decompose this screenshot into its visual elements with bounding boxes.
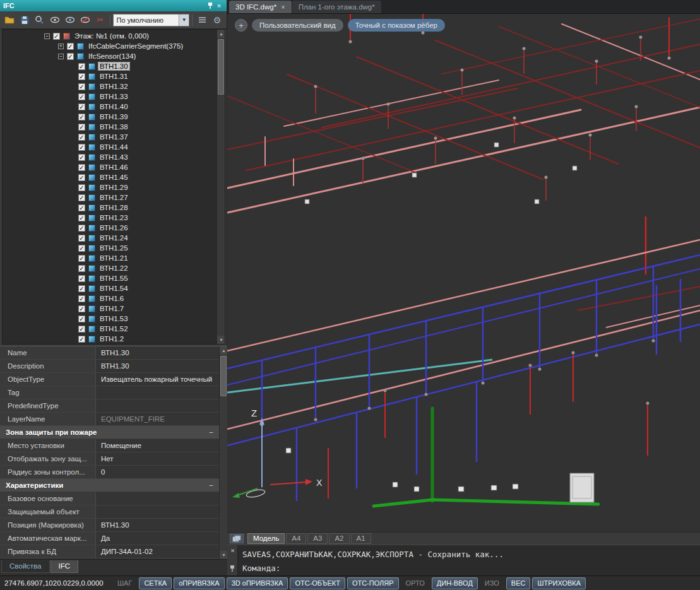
tree-scrollbar-thumb[interactable]	[218, 39, 224, 95]
isolate-eye-icon[interactable]	[63, 13, 77, 27]
checkbox-checked[interactable]: ✓	[78, 144, 85, 151]
tree-item-cablecarrier[interactable]: + ✓ IfcCableCarrierSegment(375)	[3, 41, 216, 51]
property-value[interactable]: EQUIPMENT_FIRE	[96, 413, 219, 425]
checkbox-checked[interactable]: ✓	[78, 326, 85, 333]
open-folder-button[interactable]	[3, 13, 16, 27]
hide-eye-icon[interactable]	[78, 13, 92, 27]
ifc-tree[interactable]: − ✓ Этаж: №1 (отм. 0,000) + ✓ IfcCableCa…	[2, 29, 225, 345]
tree-item-sensor[interactable]: ✓ВТН1.24	[3, 233, 216, 243]
tree-item-sensor[interactable]: ✓ВТН1.29	[3, 182, 216, 192]
tree-item-sensor[interactable]: ✓ВТН1.31	[3, 71, 216, 81]
tree-item-sensor[interactable]: ✓ВТН1.25	[3, 243, 216, 253]
property-value[interactable]: Извещатель пожарный точечный	[96, 373, 219, 386]
checkbox-checked[interactable]: ✓	[53, 33, 60, 40]
checkbox-checked[interactable]: ✓	[78, 184, 85, 191]
scroll-up-icon[interactable]: ▲	[220, 346, 227, 355]
checkbox-checked[interactable]: ✓	[78, 305, 85, 312]
checkbox-checked[interactable]: ✓	[78, 124, 85, 131]
property-value[interactable]: Нет	[96, 452, 219, 465]
checkbox-checked[interactable]: ✓	[78, 316, 85, 322]
checkbox-checked[interactable]: ✓	[78, 154, 85, 161]
statusbar-toggle[interactable]: ШТРИХОВКА	[532, 577, 586, 589]
tab-ifc[interactable]: IFC	[50, 560, 79, 573]
save-button[interactable]	[18, 13, 32, 27]
checkbox-checked[interactable]: ✓	[78, 63, 85, 70]
tree-item-sensor[interactable]: ✓ВТН1.55	[3, 273, 216, 283]
tree-item-sensor[interactable]: ✓ВТН1.27	[3, 192, 216, 203]
property-value[interactable]: Да	[96, 532, 219, 545]
tree-item-sensor[interactable]: ✓ВТН1.46	[3, 162, 216, 172]
tree-item-sensor[interactable]: ✓ВТН1.43	[3, 152, 216, 162]
checkbox-checked[interactable]: ✓	[78, 93, 85, 100]
collapse-icon[interactable]: −	[58, 54, 64, 59]
layout-tab-а2[interactable]: А2	[329, 533, 349, 544]
layouts-icon[interactable]	[230, 534, 244, 543]
tree-item-sensor[interactable]: ✓ВТН1.45	[3, 172, 216, 182]
tree-item-sensor[interactable]: ✓ВТН1.21	[3, 253, 216, 263]
checkbox-checked[interactable]: ✓	[78, 114, 85, 121]
layout-tab-а1[interactable]: А1	[351, 533, 371, 544]
checkbox-checked[interactable]: ✓	[78, 285, 85, 292]
layout-tab-а4[interactable]: А4	[286, 533, 306, 544]
tree-item-sensor[interactable]: ✓ВТН1.23	[3, 213, 216, 223]
checkbox-checked[interactable]: ✓	[78, 336, 85, 343]
statusbar-toggle[interactable]: ОРТО	[401, 577, 430, 589]
show-eye-icon[interactable]	[48, 13, 62, 27]
list-view-icon[interactable]	[195, 13, 209, 27]
tree-item-sensor[interactable]: ✓ВТН1.22	[3, 263, 216, 273]
preset-dropdown[interactable]: По умолчанию ▼	[113, 14, 190, 27]
property-value[interactable]: ВТН1.30	[96, 519, 219, 531]
tree-item-sensor-group[interactable]: − ✓ IfcSensor(134)	[3, 51, 216, 61]
layout-tab-а3[interactable]: А3	[307, 533, 328, 544]
statusbar-toggle[interactable]: СЕТКА	[139, 577, 172, 589]
tree-item-sensor[interactable]: ✓ВТН1.33	[3, 91, 216, 102]
visual-style-button[interactable]: Точный с показом рёбер	[348, 19, 445, 32]
checkbox-checked[interactable]: ✓	[78, 204, 85, 211]
gear-icon[interactable]: ⚙	[210, 13, 224, 27]
command-line-panel[interactable]: × SAVEAS,СОХРАНИТЬКАК,СОХРКАК,ЭКСПОРТА -…	[227, 545, 700, 575]
view-name-button[interactable]: Пользовательский вид	[252, 19, 343, 32]
checkbox-checked[interactable]: ✓	[67, 43, 74, 50]
checkbox-checked[interactable]: ✓	[78, 174, 85, 181]
pin-icon[interactable]	[229, 565, 235, 574]
property-section-header[interactable]: Характеристики−	[0, 479, 219, 492]
property-value[interactable]: 0	[96, 466, 219, 478]
checkbox-checked[interactable]: ✓	[78, 265, 85, 272]
checkbox-checked[interactable]: ✓	[78, 275, 85, 282]
tab-document-plan[interactable]: План 1-ого этажа.dwg*	[292, 1, 381, 13]
properties-scrollbar-thumb[interactable]	[220, 356, 227, 396]
property-value[interactable]	[96, 492, 219, 505]
tree-item-sensor[interactable]: ✓ВТН1.30	[3, 61, 216, 71]
property-value[interactable]	[96, 386, 219, 399]
checkbox-checked[interactable]: ✓	[78, 245, 85, 252]
tree-item-sensor[interactable]: ✓ВТН1.37	[3, 132, 216, 142]
close-icon[interactable]: ×	[227, 546, 238, 555]
checkbox-checked[interactable]: ✓	[78, 295, 85, 302]
checkbox-checked[interactable]: ✓	[78, 235, 85, 242]
chevron-down-icon[interactable]: ▼	[179, 15, 189, 26]
checkbox-checked[interactable]: ✓	[78, 215, 85, 221]
tree-item-sensor[interactable]: ✓ВТН1.44	[3, 142, 216, 152]
statusbar-toggle[interactable]: 3D оПРИВЯЗКА	[227, 577, 288, 589]
checkbox-checked[interactable]: ✓	[78, 194, 85, 201]
statusbar-toggle[interactable]: ИЗО	[480, 577, 504, 589]
delete-icon[interactable]: ✂	[93, 13, 107, 27]
tab-document-3d-ifc[interactable]: 3D IFC.dwg* ×	[229, 1, 292, 13]
expand-icon[interactable]: +	[58, 44, 64, 49]
checkbox-checked[interactable]: ✓	[78, 134, 85, 141]
checkbox-checked[interactable]: ✓	[78, 255, 85, 262]
tree-item-sensor[interactable]: ✓ВТН1.6	[3, 293, 216, 304]
collapse-icon[interactable]: −	[44, 33, 50, 39]
collapse-icon[interactable]: −	[209, 428, 213, 436]
checkbox-checked[interactable]: ✓	[78, 225, 85, 232]
tree-scrollbar[interactable]: ▲ ▼	[217, 30, 225, 344]
scroll-down-icon[interactable]: ▼	[220, 551, 227, 559]
collapse-icon[interactable]: −	[209, 481, 213, 489]
checkbox-checked[interactable]: ✓	[78, 164, 85, 171]
property-value[interactable]: ВТН1.30	[96, 360, 219, 372]
3d-viewport[interactable]: + Пользовательский вид Точный с показом …	[227, 14, 700, 532]
statusbar-toggle[interactable]: ОТС-ПОЛЯР	[347, 577, 399, 589]
tree-item-sensor[interactable]: ✓ВТН1.53	[3, 314, 216, 324]
checkbox-checked[interactable]: ✓	[67, 53, 74, 60]
tree-item-sensor[interactable]: ✓ВТН1.7	[3, 304, 216, 314]
